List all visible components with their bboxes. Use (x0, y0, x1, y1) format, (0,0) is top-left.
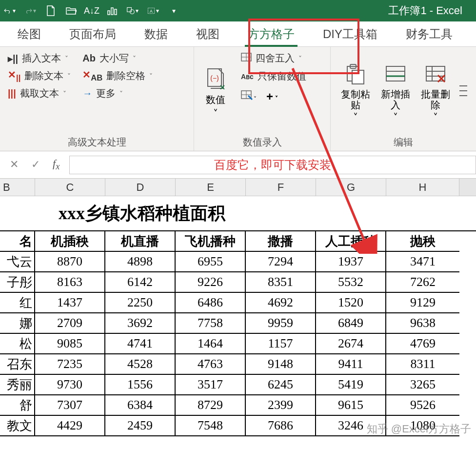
col-header[interactable]: F (246, 179, 316, 196)
table-header-cell[interactable]: 抛秧 (386, 231, 459, 252)
table-cell[interactable]: 舒 (0, 395, 35, 416)
redo-icon[interactable]: ▾ (24, 5, 36, 17)
tab-finance[interactable]: 财务工具 (403, 22, 456, 46)
table-cell[interactable]: 1556 (105, 375, 176, 395)
table-cell[interactable]: 1937 (316, 252, 386, 272)
insert-text-button[interactable]: ▸||插入文本˅ (8, 52, 71, 65)
table-cell[interactable]: 7262 (386, 272, 459, 293)
col-header[interactable]: E (176, 179, 246, 196)
table-cell[interactable]: 教文 (0, 416, 35, 436)
textbox-icon[interactable]: A▾ (147, 5, 159, 17)
col-header[interactable]: G (316, 179, 386, 196)
table-cell[interactable]: 4763 (176, 354, 246, 375)
table-cell[interactable]: 子彤 (0, 272, 35, 293)
table-cell[interactable]: 6142 (105, 272, 176, 293)
confirm-icon[interactable]: ✓ (31, 158, 40, 171)
table-cell[interactable]: 8351 (246, 272, 316, 293)
tab-fangfang[interactable]: 方方格子 (245, 22, 298, 46)
table-cell[interactable]: 2250 (105, 293, 176, 313)
table-cell[interactable]: 2459 (105, 416, 176, 436)
undo-icon[interactable]: ▾ (4, 5, 16, 17)
new-doc-icon[interactable] (45, 5, 57, 17)
table-header-cell[interactable]: 机插秧 (35, 231, 105, 252)
table-cell[interactable]: 6955 (176, 252, 246, 272)
case-button[interactable]: Ab大小写˅ (82, 52, 153, 65)
insert-button[interactable]: 新增插入˅ (378, 52, 413, 134)
table-header-cell[interactable]: 撒播 (246, 231, 316, 252)
more-edit-button[interactable] (458, 52, 468, 134)
table-cell[interactable]: 9730 (35, 375, 105, 395)
table-cell[interactable]: 6245 (246, 375, 316, 395)
table-cell[interactable]: 9148 (246, 354, 316, 375)
tab-page-layout[interactable]: 页面布局 (66, 22, 119, 46)
table-cell[interactable]: 8311 (386, 354, 459, 375)
cancel-icon[interactable]: ✕ (10, 158, 19, 171)
table-cell[interactable]: 4528 (105, 354, 176, 375)
table-cell[interactable]: 9526 (386, 395, 459, 416)
table-cell[interactable]: 2674 (316, 334, 386, 354)
table-cell[interactable]: 6384 (105, 395, 176, 416)
table-cell[interactable]: 7235 (35, 354, 105, 375)
table-cell[interactable]: 4898 (105, 252, 176, 272)
plus-icon[interactable]: +˅ (266, 90, 278, 103)
extract-text-button[interactable]: |||截取文本˅ (8, 87, 71, 100)
table-cell[interactable]: 召东 (0, 354, 35, 375)
round-button[interactable]: 四舍五入˅ (241, 52, 306, 65)
table-cell[interactable]: 2709 (35, 313, 105, 334)
table-cell[interactable]: 2399 (246, 395, 316, 416)
col-header[interactable]: B (0, 179, 35, 196)
table-cell[interactable]: 9638 (386, 313, 459, 334)
table-cell[interactable]: 1520 (316, 293, 386, 313)
table-cell[interactable]: 秀丽 (0, 375, 35, 395)
tab-data[interactable]: 数据 (141, 22, 171, 46)
table-cell[interactable]: 7548 (176, 416, 246, 436)
table-cell[interactable]: 6849 (316, 313, 386, 334)
table-cell[interactable]: 9615 (316, 395, 386, 416)
col-header[interactable]: H (386, 179, 459, 196)
table-cell[interactable]: 娜 (0, 313, 35, 334)
col-header[interactable]: D (105, 179, 176, 196)
tab-view[interactable]: 视图 (193, 22, 222, 46)
table-cell[interactable]: 9085 (35, 334, 105, 354)
table-cell[interactable]: 1157 (246, 334, 316, 354)
table-cell[interactable]: 7294 (246, 252, 316, 272)
table-cell[interactable]: 3265 (386, 375, 459, 395)
table-cell[interactable]: 3692 (105, 313, 176, 334)
tab-diy[interactable]: DIY工具箱 (320, 22, 380, 46)
more-button[interactable]: →更多˅ (82, 87, 153, 100)
table-cell[interactable]: 红 (0, 293, 35, 313)
open-icon[interactable] (65, 5, 77, 17)
col-header[interactable]: C (35, 179, 105, 196)
table-cell[interactable]: 8729 (176, 395, 246, 416)
table-cell[interactable]: 9226 (176, 272, 246, 293)
table-cell[interactable]: 4741 (105, 334, 176, 354)
table-cell[interactable]: 松 (0, 334, 35, 354)
table-cell[interactable]: 3471 (386, 252, 459, 272)
tab-draw[interactable]: 绘图 (15, 22, 44, 46)
copy-paste-button[interactable]: 复制粘贴˅ (338, 52, 373, 134)
keep-numeric-button[interactable]: Aʙc只保留数值 (241, 70, 306, 83)
table-cell[interactable]: 8163 (35, 272, 105, 293)
edit-cell-icon[interactable]: ˅ (241, 90, 257, 103)
shapes-icon[interactable]: ▾ (127, 5, 139, 17)
sort-icon[interactable]: A↓Z (86, 5, 98, 17)
table-header-cell[interactable]: 机直播 (105, 231, 176, 252)
worksheet[interactable]: xxx乡镇水稻种植面积 名机插秧机直播飞机播种撒播人工插秧抛秧弋云8870489… (0, 196, 476, 436)
table-header-cell[interactable]: 飞机播种 (176, 231, 246, 252)
table-cell[interactable]: 6486 (176, 293, 246, 313)
trim-button[interactable]: ✕AB删除空格˅ (82, 69, 153, 83)
formula-input[interactable]: 百度它，即可下载安装 (69, 156, 476, 174)
table-cell[interactable]: 7758 (176, 313, 246, 334)
table-cell[interactable]: 4769 (386, 334, 459, 354)
delete-text-button[interactable]: ✕||删除文本˅ (8, 69, 71, 83)
table-cell[interactable]: 4429 (35, 416, 105, 436)
table-header-cell[interactable]: 名 (0, 231, 35, 252)
table-cell[interactable]: 弋云 (0, 252, 35, 272)
table-cell[interactable]: 5419 (316, 375, 386, 395)
table-cell[interactable]: 7307 (35, 395, 105, 416)
table-cell[interactable]: 3517 (176, 375, 246, 395)
fx-icon[interactable]: fx (53, 157, 60, 172)
batch-delete-button[interactable]: 批量删除˅ (418, 52, 453, 134)
table-cell[interactable]: 1464 (176, 334, 246, 354)
table-cell[interactable]: 9129 (386, 293, 459, 313)
